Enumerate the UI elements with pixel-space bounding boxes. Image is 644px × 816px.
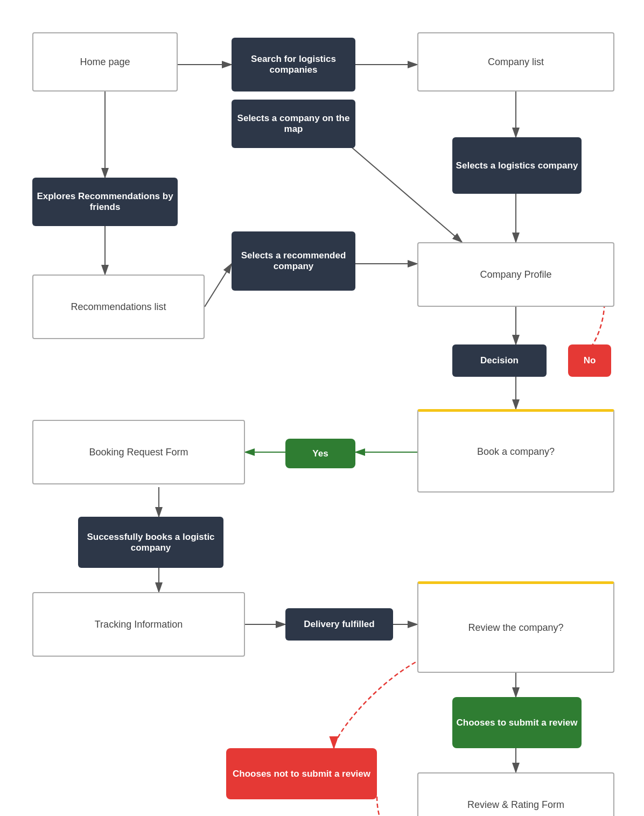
yes-label: Yes <box>312 448 328 459</box>
company-list-box: Company list <box>417 32 614 92</box>
review-company-label: Review the company? <box>468 622 563 634</box>
search-label: Search for logistics companies <box>232 54 355 75</box>
explores-box: Explores Recommendations by friends <box>32 178 178 226</box>
booking-form-label: Booking Request Form <box>89 447 188 458</box>
explores-label: Explores Recommendations by friends <box>32 191 178 213</box>
selects-map-box: Selects a company on the map <box>232 100 355 148</box>
company-profile-label: Company Profile <box>480 269 551 280</box>
selects-recommended-box: Selects a recommended company <box>232 231 355 291</box>
decision-box: Decision <box>452 344 547 377</box>
flowchart-diagram: Home page Search for logistics companies… <box>0 0 644 816</box>
book-company-box: Book a company? <box>417 409 614 493</box>
no-label: No <box>584 355 596 366</box>
delivery-fulfilled-label: Delivery fulfilled <box>304 619 374 630</box>
svg-line-10 <box>205 264 232 307</box>
selects-recommended-label: Selects a recommended company <box>232 250 355 272</box>
chooses-to-submit-box: Chooses to submit a review <box>452 697 582 748</box>
homepage-label: Home page <box>80 57 130 68</box>
recommendations-list-label: Recommendations list <box>71 301 166 313</box>
book-company-label: Book a company? <box>477 446 555 458</box>
recommendations-list-box: Recommendations list <box>32 275 205 339</box>
search-box: Search for logistics companies <box>232 38 355 92</box>
booking-form-box: Booking Request Form <box>32 420 245 484</box>
chooses-not-to-submit-label: Chooses not to submit a review <box>233 769 370 779</box>
chooses-not-to-submit-box: Chooses not to submit a review <box>226 748 377 799</box>
decision-label: Decision <box>480 355 519 366</box>
company-list-label: Company list <box>488 57 544 68</box>
delivery-fulfilled-box: Delivery fulfilled <box>285 608 393 641</box>
yes-box: Yes <box>285 439 355 468</box>
no-box: No <box>568 344 611 377</box>
review-rating-form-label: Review & Rating Form <box>467 799 564 811</box>
tracking-info-box: Tracking Information <box>32 592 245 657</box>
company-profile-box: Company Profile <box>417 242 614 307</box>
review-rating-form-box: Review & Rating Form <box>417 772 614 816</box>
selects-logistics-box: Selects a logistics company <box>452 137 582 194</box>
selects-logistics-label: Selects a logistics company <box>456 160 578 171</box>
homepage-box: Home page <box>32 32 178 92</box>
chooses-to-submit-label: Chooses to submit a review <box>457 717 578 728</box>
successfully-books-label: Successfully books a logistic company <box>78 532 223 553</box>
successfully-books-box: Successfully books a logistic company <box>78 517 223 568</box>
review-company-box: Review the company? <box>417 581 614 673</box>
tracking-info-label: Tracking Information <box>95 619 183 630</box>
selects-map-label: Selects a company on the map <box>232 113 355 135</box>
